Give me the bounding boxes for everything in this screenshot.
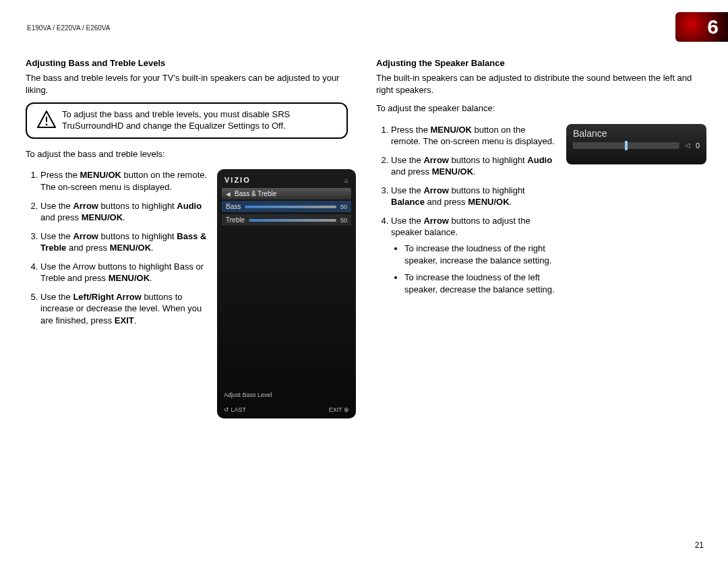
right-lead: To adjust the speaker balance: <box>376 102 706 115</box>
balance-marker-icon <box>625 141 628 150</box>
left-intro: The bass and treble levels for your TV's… <box>26 72 356 96</box>
left-steps: Press the MENU/OK button on the remote. … <box>26 169 208 326</box>
right-steps: Press the MENU/OK button on the remote. … <box>376 124 557 296</box>
right-bullet-1: To increase the loudness of the right sp… <box>404 243 557 266</box>
model-line: E190VA / E220VA / E260VA <box>27 24 110 32</box>
left-step-5: Use the Left/Right Arrow buttons to incr… <box>40 291 208 327</box>
right-heading: Adjusting the Speaker Balance <box>376 58 706 68</box>
balance-figure: Balance ◁ 0 <box>566 124 706 164</box>
left-lead: To adjust the bass and treble levels: <box>26 148 356 160</box>
left-column: Adjusting Bass and Treble Levels The bas… <box>26 58 356 418</box>
chapter-number: 6 <box>707 15 719 38</box>
warning-text: To adjust the bass and treble levels, yo… <box>58 109 338 132</box>
tv-row-bass: Bass 50 <box>222 201 351 213</box>
chapter-tab: 6 <box>675 12 728 42</box>
right-step-1: Press the MENU/OK button on the remote. … <box>391 124 557 148</box>
right-bullet-2: To increase the loudness of the left spe… <box>404 272 557 295</box>
arrow-left-icon: ◁ <box>685 142 690 149</box>
balance-track <box>573 142 679 149</box>
balance-value: 0 <box>696 142 700 150</box>
tv-helper-text: Adjust Bass Level <box>224 392 272 398</box>
right-column: Adjusting the Speaker Balance The built-… <box>376 58 706 302</box>
tv-titlebar: ◀ Bass & Treble <box>222 188 351 199</box>
left-step-3: Use the Arrow buttons to highlight Bass … <box>40 230 208 254</box>
bass-treble-figure: VIZIO ⌂ ◀ Bass & Treble Bass 50 Treble 5… <box>217 169 356 418</box>
warning-icon <box>35 109 58 128</box>
right-step-4: Use the Arrow buttons to adjust the spea… <box>391 215 557 295</box>
tv-footer: ↺ LAST EXIT ⊗ <box>224 406 349 413</box>
left-step-4: Use the Arrow buttons to highlight Bass … <box>40 261 208 284</box>
left-heading: Adjusting Bass and Treble Levels <box>26 58 356 68</box>
right-step-2: Use the Arrow buttons to highlight Audio… <box>391 154 557 178</box>
right-intro: The built-in speakers can be adjusted to… <box>376 72 706 96</box>
back-icon: ◀ <box>226 191 231 197</box>
slider-icon <box>245 206 336 208</box>
tv-brand: VIZIO <box>224 176 251 184</box>
balance-title: Balance <box>573 128 700 139</box>
right-bullets: To increase the loudness of the right sp… <box>391 243 557 295</box>
warning-callout: To adjust the bass and treble levels, yo… <box>26 102 348 139</box>
svg-point-2 <box>46 124 48 126</box>
right-step-3: Use the Arrow buttons to highlight Balan… <box>391 185 557 208</box>
tv-row-treble: Treble 50 <box>222 214 351 226</box>
home-icon: ⌂ <box>344 177 348 184</box>
tv-footer-exit: EXIT ⊗ <box>329 406 349 413</box>
tv-footer-last: ↺ LAST <box>224 406 246 413</box>
left-step-2: Use the Arrow buttons to highlight Audio… <box>40 200 208 224</box>
page-number: 21 <box>695 540 704 550</box>
tv-menu-title: Bass & Treble <box>235 190 276 197</box>
slider-icon <box>249 219 336 222</box>
left-step-1: Press the MENU/OK button on the remote. … <box>40 169 208 193</box>
